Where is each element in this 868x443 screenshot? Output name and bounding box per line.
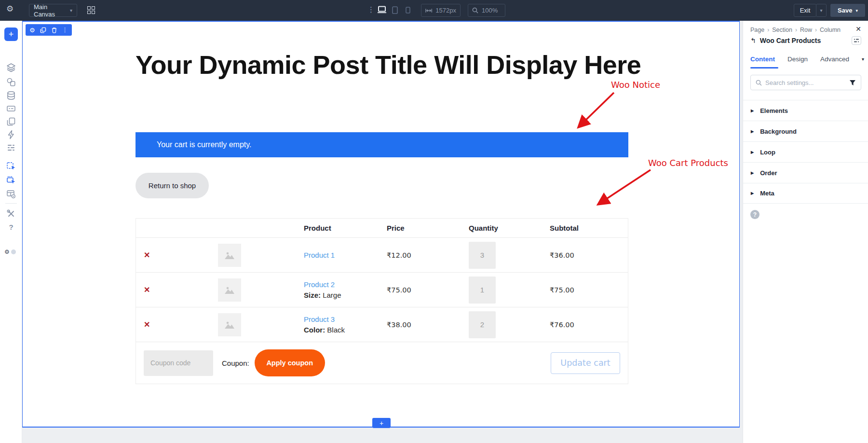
dynamic-post-title[interactable]: Your Dynamic Post Title Will Display Her…	[136, 47, 659, 83]
coupon-code-input[interactable]	[144, 350, 213, 376]
image-placeholder-icon	[223, 284, 236, 296]
tab-content[interactable]: Content	[750, 55, 775, 63]
exit-button[interactable]: Exit	[794, 4, 816, 17]
more-options-icon[interactable]: ⋮	[367, 6, 375, 13]
settings-panel: Page › Section › Row › Column ✕ ↰ Woo Ca…	[743, 21, 868, 443]
element-toolbar: ⚙ ⋮	[26, 24, 72, 36]
coupon-label: Coupon:	[222, 359, 249, 367]
quantity-input[interactable]: 1	[469, 277, 496, 304]
close-panel-icon[interactable]: ✕	[855, 25, 861, 33]
quantity-input[interactable]: 2	[469, 311, 496, 338]
canvas-width-control[interactable]: 1572px	[421, 4, 461, 17]
caret-right-icon: ▶	[751, 129, 754, 134]
caret-right-icon: ▶	[751, 109, 754, 113]
col-header-subtotal: Subtotal	[542, 224, 629, 232]
cart-row: ✕ Product 3 Color: Black ₹38.00 2 ₹76.00	[136, 307, 628, 342]
col-header-product: Product	[296, 224, 379, 232]
global-settings-list-icon[interactable]	[6, 143, 16, 152]
database-icon[interactable]	[6, 91, 16, 100]
zoom-value: 100%	[482, 7, 498, 14]
element-select-mode-icon[interactable]	[6, 162, 16, 171]
dashboard-grid-icon[interactable]	[87, 6, 95, 14]
col-header-quantity: Quantity	[461, 224, 542, 232]
phone-view-icon[interactable]	[406, 7, 410, 14]
pages-copy-icon[interactable]	[6, 117, 16, 126]
back-arrow-icon[interactable]: ↰	[750, 37, 756, 44]
tab-design[interactable]: Design	[787, 55, 808, 63]
tools-icon[interactable]	[6, 209, 16, 219]
product-price: ₹38.00	[379, 321, 461, 329]
section-order[interactable]: ▶ Order	[743, 162, 868, 183]
tab-advanced[interactable]: Advanced	[820, 55, 849, 63]
update-cart-button[interactable]: Update cart	[551, 352, 620, 374]
breadcrumb-page[interactable]: Page	[750, 27, 764, 33]
lightning-icon[interactable]	[6, 130, 16, 139]
product-subtotal: ₹76.00	[542, 321, 629, 329]
save-button[interactable]: Save ▾	[830, 4, 865, 17]
mode-dot-dark-icon[interactable]: ⚙	[4, 249, 10, 255]
product-price: ₹75.00	[379, 286, 461, 294]
product-thumbnail[interactable]	[218, 244, 241, 267]
product-link[interactable]: Product 2	[304, 280, 379, 289]
search-settings-input[interactable]	[765, 79, 846, 86]
exit-dropdown-button[interactable]: ▾	[816, 4, 827, 17]
caret-right-icon: ▶	[751, 171, 754, 175]
section-loop[interactable]: ▶ Loop	[743, 141, 868, 162]
quantity-input[interactable]: 3	[469, 242, 496, 269]
duplicate-icon[interactable]	[40, 27, 46, 33]
builder-left-sidebar: + ? ⚙	[0, 21, 22, 443]
remove-item-icon[interactable]: ✕	[144, 320, 150, 329]
woo-notice-banner[interactable]: Your cart is currently empty.	[136, 132, 628, 157]
chevron-down-icon[interactable]: ▾	[862, 56, 864, 62]
layers-icon[interactable]	[6, 63, 16, 72]
table-settings-icon[interactable]	[6, 189, 16, 199]
apply-coupon-button[interactable]: Apply coupon	[255, 349, 325, 376]
element-settings-gear-icon[interactable]: ⚙	[29, 27, 35, 33]
product-variation: Size: Large	[304, 291, 379, 299]
remove-item-icon[interactable]: ✕	[144, 286, 150, 294]
product-link[interactable]: Product 1	[304, 251, 379, 259]
section-meta[interactable]: ▶ Meta	[743, 183, 868, 204]
add-section-button[interactable]: +	[372, 418, 391, 428]
add-element-button[interactable]: +	[4, 28, 18, 41]
product-thumbnail[interactable]	[218, 278, 241, 302]
editor-canvas: ⚙ ⋮ Your Dynamic Post Title Will Display…	[22, 21, 740, 428]
image-placeholder-icon	[223, 249, 236, 262]
element-title: Woo Cart Products	[760, 37, 821, 44]
section-elements[interactable]: ▶ Elements	[743, 100, 868, 121]
trash-icon[interactable]	[51, 27, 57, 33]
element-more-icon[interactable]: ⋮	[62, 27, 68, 33]
design-library-icon[interactable]	[6, 77, 16, 87]
breadcrumb-row[interactable]: Row	[800, 27, 812, 33]
structure-select-mode-icon[interactable]	[6, 175, 16, 185]
presets-icon[interactable]	[852, 36, 861, 45]
product-thumbnail[interactable]	[218, 313, 241, 336]
breadcrumb-column[interactable]: Column	[820, 27, 841, 33]
panel-tabs: Content Design Advanced ▾	[750, 55, 861, 63]
woo-cart-products-table[interactable]: Product Price Quantity Subtotal ✕ Produc…	[136, 218, 628, 384]
annotation-woo-notice: Woo Notice	[611, 80, 660, 90]
form-field-icon[interactable]	[6, 104, 16, 113]
element-title-row: ↰ Woo Cart Products	[750, 36, 861, 45]
panel-help-icon[interactable]: ?	[750, 210, 760, 219]
woo-notice-text: Your cart is currently empty.	[157, 140, 252, 149]
product-subtotal: ₹75.00	[542, 286, 629, 294]
cart-actions-row: Coupon: Apply coupon Update cart	[136, 342, 628, 384]
settings-gear-icon[interactable]: ⚙	[6, 5, 14, 13]
mode-dot-light-icon[interactable]	[11, 249, 16, 254]
product-price: ₹12.00	[379, 251, 461, 259]
return-to-shop-button[interactable]: Return to shop	[136, 173, 209, 198]
section-background[interactable]: ▶ Background	[743, 121, 868, 141]
canvas-selector-dropdown[interactable]: Main Canvas ▾	[29, 4, 77, 17]
tablet-view-icon[interactable]	[392, 6, 398, 14]
desktop-view-icon[interactable]	[377, 6, 387, 14]
zoom-control[interactable]: 100%	[468, 4, 505, 17]
help-icon[interactable]: ?	[6, 222, 16, 232]
caret-right-icon: ▶	[751, 150, 754, 154]
product-link[interactable]: Product 3	[304, 315, 379, 323]
filter-funnel-icon[interactable]	[849, 80, 856, 86]
breadcrumb-section[interactable]: Section	[772, 27, 792, 33]
remove-item-icon[interactable]: ✕	[144, 251, 150, 259]
settings-sections: ▶ Elements ▶ Background ▶ Loop ▶ Order ▶…	[743, 100, 868, 204]
product-subtotal: ₹36.00	[542, 251, 629, 259]
